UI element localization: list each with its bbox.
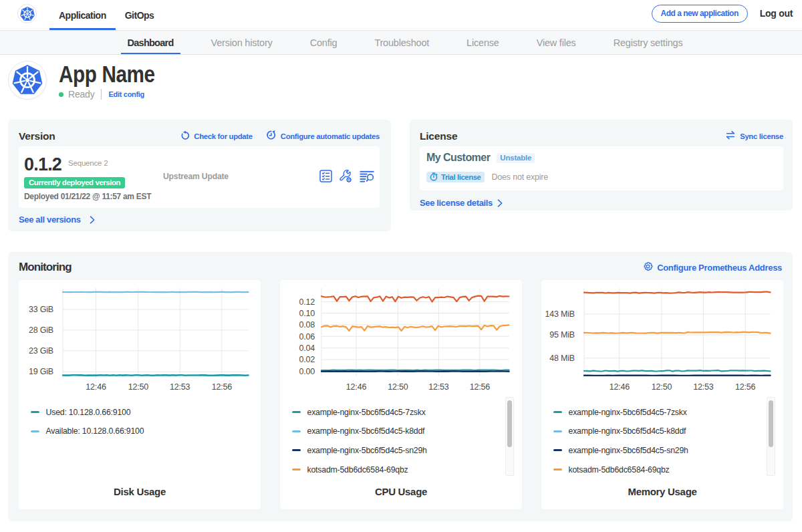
svg-text:0.06: 0.06 xyxy=(299,331,315,341)
svg-text:12:46: 12:46 xyxy=(346,382,367,391)
svg-text:19 GiB: 19 GiB xyxy=(29,367,53,376)
svg-text:12:50: 12:50 xyxy=(128,382,149,391)
svg-text:12:50: 12:50 xyxy=(388,382,408,391)
svg-text:48 MiB: 48 MiB xyxy=(549,354,575,363)
svg-text:143 MiB: 143 MiB xyxy=(545,309,575,319)
svg-text:12:50: 12:50 xyxy=(652,382,672,391)
svg-text:0.10: 0.10 xyxy=(299,308,315,317)
svg-text:12:46: 12:46 xyxy=(610,382,630,391)
svg-text:12:56: 12:56 xyxy=(212,382,233,391)
svg-text:0.12: 0.12 xyxy=(299,297,315,306)
svg-text:12:53: 12:53 xyxy=(170,382,190,391)
svg-text:23 GiB: 23 GiB xyxy=(29,346,53,356)
svg-text:12:53: 12:53 xyxy=(428,382,449,391)
svg-text:12:46: 12:46 xyxy=(86,382,106,391)
svg-text:0.08: 0.08 xyxy=(299,320,315,329)
svg-text:12:56: 12:56 xyxy=(470,382,491,391)
svg-text:0.00: 0.00 xyxy=(299,366,315,376)
svg-text:95 MiB: 95 MiB xyxy=(549,330,575,340)
svg-text:0.02: 0.02 xyxy=(299,355,315,364)
svg-text:0.04: 0.04 xyxy=(299,343,315,352)
svg-text:33 GiB: 33 GiB xyxy=(29,305,53,314)
svg-text:12:56: 12:56 xyxy=(735,382,756,391)
svg-text:12:53: 12:53 xyxy=(693,382,714,391)
svg-text:28 GiB: 28 GiB xyxy=(29,325,53,335)
